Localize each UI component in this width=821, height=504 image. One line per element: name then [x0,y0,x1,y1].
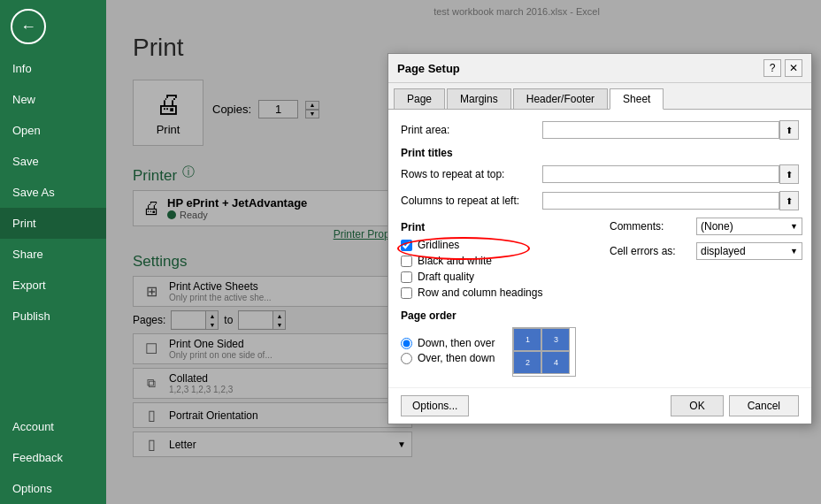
sidebar: ← Info New Open Save Save As Print Share… [0,0,106,504]
dialog-close-button[interactable]: ✕ [785,59,802,77]
sidebar-item-new[interactable]: New [0,84,106,115]
sidebar-item-options[interactable]: Options [0,473,106,504]
comments-errors-section: Comments: (None) ▼ Cell errors as: displ… [610,218,802,302]
print-section-label: Print [401,221,578,233]
page-order-section: Page order Down, then over Over, then do… [401,309,799,377]
gridlines-checkbox[interactable] [401,240,412,251]
cancel-button[interactable]: Cancel [729,395,799,416]
down-then-over-label: Down, then over [418,337,495,349]
over-then-down-radio[interactable] [401,353,412,364]
page-order-label: Page order [401,309,799,322]
main-content: test workbook march 2016.xlsx - Excel Pr… [106,0,821,504]
row-col-headings-row[interactable]: Row and column headings [401,286,578,299]
page-order-diagram: 1 3 2 4 [512,327,576,377]
cell-errors-arrow: ▼ [790,247,798,256]
rows-repeat-btn[interactable]: ⬆ [779,164,799,184]
row-col-headings-checkbox[interactable] [401,287,412,299]
tab-margins[interactable]: Margins [447,88,511,109]
sidebar-item-share[interactable]: Share [0,239,106,270]
tab-header-footer[interactable]: Header/Footer [513,88,608,109]
sidebar-item-feedback[interactable]: Feedback [0,442,106,473]
row-col-headings-label: Row and column headings [418,286,542,299]
print-area-label: Print area: [401,124,542,136]
back-button[interactable]: ← [11,9,46,44]
back-icon: ← [20,18,36,36]
order-cell-1: 1 [513,328,541,351]
options-button[interactable]: Options... [401,395,469,416]
order-cell-4: 4 [541,351,570,374]
print-titles-label: Print titles [401,147,799,159]
cell-errors-select[interactable]: displayed ▼ [696,242,802,260]
comments-value: (None) [701,220,733,233]
draft-quality-label: Draft quality [418,271,474,283]
ok-button[interactable]: OK [671,395,723,416]
sidebar-item-print[interactable]: Print [0,208,106,239]
gridlines-label: Gridlines [418,239,459,251]
cols-repeat-input[interactable] [542,192,779,210]
tab-page[interactable]: Page [394,88,445,109]
rows-repeat-row: Rows to repeat at top: ⬆ [401,164,799,184]
comments-arrow: ▼ [790,222,798,231]
draft-quality-checkbox[interactable] [401,271,412,283]
tab-sheet[interactable]: Sheet [610,88,664,110]
dialog-title: Page Setup [397,62,460,75]
cell-errors-value: displayed [701,245,746,257]
order-cell-2: 3 [541,328,570,351]
draft-quality-row[interactable]: Draft quality [401,271,578,283]
black-white-row[interactable]: Black and white [401,255,578,267]
down-then-over-radio[interactable] [401,338,412,349]
rows-repeat-label: Rows to repeat at top: [401,168,542,180]
comments-select[interactable]: (None) ▼ [696,218,802,235]
dialog-overlay: Page Setup ? ✕ Page Margins Header/Foote… [106,0,821,504]
dialog-tabs: Page Margins Header/Footer Sheet [388,83,811,110]
comments-label: Comments: [610,220,689,233]
print-area-row: Print area: ⬆ [401,120,799,140]
dialog-footer: Options... OK Cancel [388,387,811,424]
print-checkboxes-section: Print Gridlines Black and white [401,218,578,302]
sidebar-item-info[interactable]: Info [0,53,106,84]
print-area-btn[interactable]: ⬆ [779,120,799,140]
cols-repeat-btn[interactable]: ⬆ [779,191,799,210]
sidebar-item-account[interactable]: Account [0,411,106,442]
black-white-label: Black and white [418,255,492,267]
print-area-input[interactable] [542,121,779,139]
sidebar-item-publish[interactable]: Publish [0,301,106,332]
sidebar-item-save-as[interactable]: Save As [0,177,106,208]
rows-repeat-input[interactable] [542,165,779,183]
cell-errors-label: Cell errors as: [610,245,689,257]
cell-errors-row: Cell errors as: displayed ▼ [610,242,802,260]
gridlines-row[interactable]: Gridlines [401,239,578,251]
page-setup-dialog: Page Setup ? ✕ Page Margins Header/Foote… [387,53,812,424]
cols-repeat-row: Columns to repeat at left: ⬆ [401,191,799,210]
dialog-help-button[interactable]: ? [763,59,781,77]
order-cell-3: 2 [513,351,541,374]
over-then-down-row[interactable]: Over, then down [401,352,495,364]
black-white-checkbox[interactable] [401,256,412,267]
comments-row: Comments: (None) ▼ [610,218,802,235]
dialog-body: Print area: ⬆ Print titles Rows to repea… [388,110,811,387]
sidebar-item-save[interactable]: Save [0,146,106,177]
page-order-radios: Down, then over Over, then down [401,337,495,367]
sidebar-item-export[interactable]: Export [0,270,106,301]
down-then-over-row[interactable]: Down, then over [401,337,495,349]
dialog-titlebar: Page Setup ? ✕ [388,54,811,83]
over-then-down-label: Over, then down [418,352,495,364]
sidebar-item-open[interactable]: Open [0,115,106,146]
cols-repeat-label: Columns to repeat at left: [401,195,542,207]
